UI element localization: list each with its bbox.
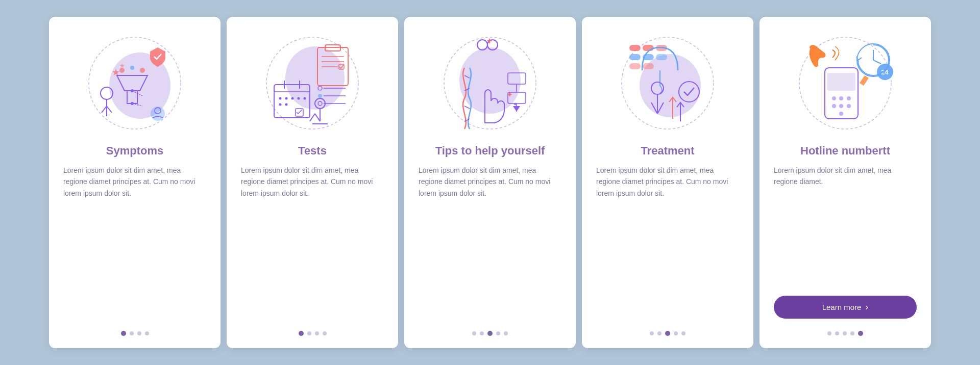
tips-illustration: + ✦ ✦ xyxy=(439,32,541,134)
symptoms-illustration: ★ ★ xyxy=(84,32,186,134)
dot xyxy=(496,331,500,335)
dot xyxy=(657,331,662,335)
dot xyxy=(665,331,670,336)
dot xyxy=(137,331,141,335)
card-treatment: Treatment Lorem ipsum dolor sit dim amet… xyxy=(582,17,753,348)
svg-point-52 xyxy=(477,40,487,50)
learn-more-button[interactable]: Learn more › xyxy=(774,296,917,319)
svg-point-32 xyxy=(285,97,288,100)
svg-rect-71 xyxy=(629,54,641,60)
svg-rect-73 xyxy=(656,54,667,60)
dot xyxy=(121,331,126,336)
dot xyxy=(681,331,685,335)
svg-line-12 xyxy=(107,106,112,113)
svg-point-7 xyxy=(130,66,134,70)
treatment-body: Lorem ipsum dolor sit dim amet, mea regi… xyxy=(596,165,739,319)
svg-point-42 xyxy=(318,94,322,98)
treatment-title: Treatment xyxy=(641,144,694,158)
dot xyxy=(835,331,839,335)
dot xyxy=(472,331,476,335)
svg-point-91 xyxy=(839,104,843,108)
card-tips: + ✦ ✦ xyxy=(404,17,576,348)
svg-line-49 xyxy=(315,114,320,121)
svg-rect-75 xyxy=(643,63,654,69)
svg-rect-74 xyxy=(629,63,641,69)
tests-body: Lorem ipsum dolor sit dim amet, mea regi… xyxy=(241,165,384,319)
dot xyxy=(299,331,304,336)
svg-point-89 xyxy=(847,96,851,100)
svg-rect-69 xyxy=(643,45,654,51)
hotline-dots xyxy=(827,331,863,336)
dot xyxy=(650,331,654,335)
symptoms-body: Lorem ipsum dolor sit dim amet, mea regi… xyxy=(63,165,206,319)
svg-point-18 xyxy=(131,102,134,105)
svg-point-33 xyxy=(291,97,294,100)
svg-rect-68 xyxy=(629,45,641,51)
svg-line-57 xyxy=(464,106,470,109)
card-hotline: 24 Hotline numbertt Lorem ipsum dolor si… xyxy=(760,17,931,348)
treatment-illustration xyxy=(617,32,719,134)
svg-point-36 xyxy=(279,103,282,106)
symptoms-dots xyxy=(121,331,149,336)
svg-point-31 xyxy=(279,97,282,100)
svg-point-87 xyxy=(832,96,836,100)
svg-point-20 xyxy=(285,46,345,110)
dot xyxy=(307,331,311,335)
svg-point-37 xyxy=(285,103,288,106)
dot xyxy=(827,331,831,335)
svg-rect-86 xyxy=(827,73,855,91)
tests-dots xyxy=(299,331,327,336)
hotline-title: Hotline numbertt xyxy=(800,144,890,158)
svg-point-6 xyxy=(119,68,125,73)
dot xyxy=(487,331,493,336)
arrow-icon: › xyxy=(865,302,868,312)
dot xyxy=(843,331,847,335)
learn-more-label: Learn more xyxy=(822,303,862,311)
svg-point-8 xyxy=(140,68,145,73)
svg-point-90 xyxy=(832,104,836,108)
symptoms-title: Symptoms xyxy=(106,144,163,158)
hotline-illustration: 24 xyxy=(794,32,896,134)
tests-illustration xyxy=(261,32,363,134)
dot xyxy=(674,331,678,335)
tips-body: Lorem ipsum dolor sit dim amet, mea regi… xyxy=(419,165,561,319)
svg-line-48 xyxy=(310,114,315,121)
svg-point-92 xyxy=(847,104,851,108)
svg-text:+: + xyxy=(487,36,493,46)
svg-point-88 xyxy=(839,96,843,100)
svg-point-16 xyxy=(131,89,134,92)
svg-text:✦: ✦ xyxy=(506,90,513,99)
card-tests: Tests Lorem ipsum dolor sit dim amet, me… xyxy=(227,17,398,348)
dot xyxy=(858,331,863,336)
dot xyxy=(145,331,149,335)
dot xyxy=(323,331,327,335)
tips-dots xyxy=(472,331,508,336)
tests-title: Tests xyxy=(298,144,327,158)
hotline-body: Lorem ipsum dolor sit dim amet, mea regi… xyxy=(774,165,917,288)
treatment-dots xyxy=(650,331,685,336)
tips-title: Tips to help yourself xyxy=(435,144,545,158)
dot xyxy=(504,331,508,335)
svg-point-34 xyxy=(298,97,300,100)
svg-point-93 xyxy=(839,112,843,116)
svg-line-98 xyxy=(873,60,881,64)
svg-line-11 xyxy=(102,106,107,113)
card-symptoms: ★ ★ xyxy=(49,17,220,348)
svg-point-35 xyxy=(304,97,306,100)
dot xyxy=(315,331,319,335)
cards-container: ★ ★ xyxy=(29,2,951,363)
dot xyxy=(480,331,484,335)
dot xyxy=(850,331,854,335)
svg-marker-65 xyxy=(513,106,520,112)
dot xyxy=(130,331,134,335)
